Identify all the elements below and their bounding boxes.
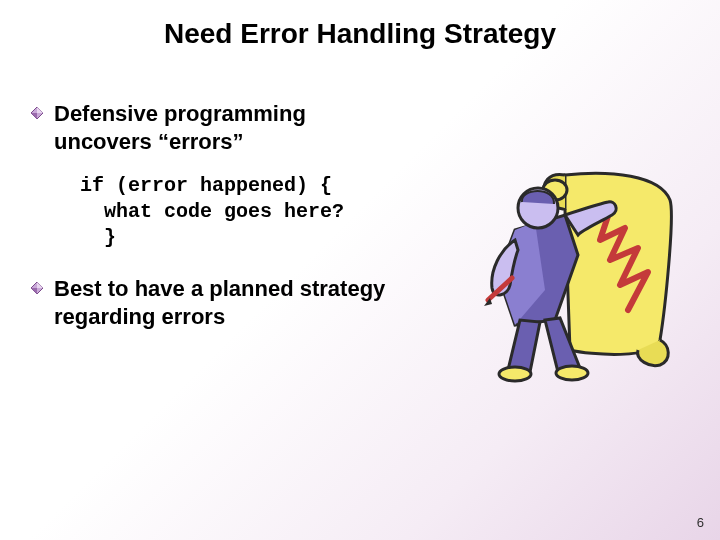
- diamond-bullet-icon: [30, 106, 44, 124]
- page-number: 6: [697, 515, 704, 530]
- bullet-text: Best to have a planned strategy regardin…: [54, 275, 394, 330]
- clipart-illustration: [460, 160, 680, 390]
- bullet-text: Defensive programming uncovers “errors”: [54, 100, 394, 155]
- svg-point-8: [499, 367, 531, 381]
- svg-point-9: [556, 366, 588, 380]
- diamond-bullet-icon: [30, 281, 44, 299]
- slide-title: Need Error Handling Strategy: [0, 0, 720, 50]
- svg-marker-1: [37, 107, 43, 113]
- bullet-item: Defensive programming uncovers “errors”: [30, 100, 690, 155]
- slide-body: Defensive programming uncovers “errors” …: [0, 50, 720, 330]
